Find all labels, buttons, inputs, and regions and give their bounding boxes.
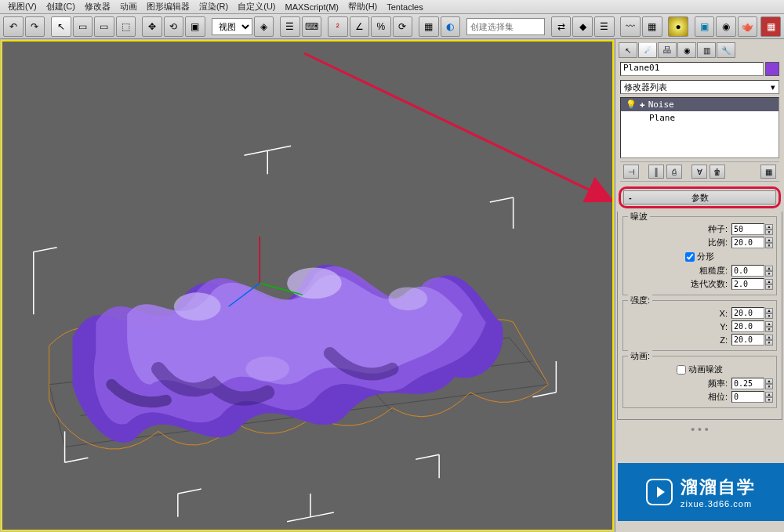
redo-button[interactable]: ↷: [25, 16, 45, 37]
scale-spinner[interactable]: ▲▼: [731, 237, 773, 248]
undo-button[interactable]: ↶: [3, 16, 24, 37]
move-button[interactable]: ✥: [142, 16, 162, 37]
menu-customize[interactable]: 自定义(U): [233, 1, 280, 13]
fractal-label: 分形: [697, 251, 714, 262]
scale-label: 比例:: [708, 237, 729, 248]
y-label: Y:: [720, 322, 729, 331]
tab-hierarchy[interactable]: 品: [658, 42, 677, 58]
mirror-tool-button[interactable]: ⇄: [551, 16, 572, 37]
iterations-spinner[interactable]: ▲▼: [731, 278, 773, 290]
panel-resize-dots[interactable]: • • •: [617, 420, 782, 439]
schematic-button[interactable]: ▦: [642, 16, 662, 37]
named-sel-button[interactable]: ▦: [419, 16, 439, 37]
app-button[interactable]: ▦: [760, 16, 781, 37]
spinner-snap-button[interactable]: ⟳: [393, 16, 413, 37]
phase-spinner[interactable]: ▲▼: [731, 391, 773, 403]
viewport-canvas: [2, 42, 612, 529]
menu-graph-editors[interactable]: 图形编辑器: [142, 1, 194, 13]
select-manipulate-button[interactable]: ☰: [280, 16, 300, 37]
tab-display[interactable]: ▥: [697, 42, 716, 58]
layers-button[interactable]: ☰: [594, 16, 615, 37]
select-rect-button[interactable]: ▭: [94, 16, 114, 37]
seed-spinner[interactable]: ▲▼: [731, 223, 773, 235]
pivot-button[interactable]: ◈: [254, 16, 274, 37]
z-label: Z:: [720, 335, 729, 345]
snap-angle-button[interactable]: ∠: [350, 16, 370, 37]
tab-modify[interactable]: ☄: [638, 42, 657, 58]
stack-item-plane[interactable]: Plane: [621, 111, 779, 125]
render-setup-button[interactable]: ▣: [695, 16, 715, 37]
watermark-title: 溜溜自学: [681, 476, 756, 499]
fractal-checkbox[interactable]: [685, 252, 695, 262]
make-unique-button[interactable]: ⎙: [666, 165, 682, 179]
roughness-spinner[interactable]: ▲▼: [731, 265, 773, 277]
phase-label: 相位:: [708, 391, 729, 403]
command-panel: ↖ ☄ 品 ◉ ▥ 🔧 Plane01 修改器列表▾ 💡 ✚ Noise Pla…: [615, 39, 784, 532]
trash-button[interactable]: 🗑: [710, 165, 725, 179]
svg-point-9: [388, 287, 427, 310]
stack-item-noise[interactable]: 💡 ✚ Noise: [621, 98, 779, 111]
keyboard-shortcut-button[interactable]: ⌨: [302, 16, 322, 37]
menu-modifiers[interactable]: 修改器: [80, 1, 115, 13]
seed-label: 种子:: [708, 223, 729, 235]
snap-percent-button[interactable]: %: [371, 16, 391, 37]
menu-animation[interactable]: 动画: [115, 1, 142, 13]
y-spinner[interactable]: ▲▼: [731, 320, 773, 332]
rotate-button[interactable]: ⟲: [164, 16, 184, 37]
collapse-icon: -: [629, 193, 632, 202]
z-spinner[interactable]: ▲▼: [731, 334, 773, 346]
show-end-button[interactable]: ║: [648, 165, 664, 179]
noise-group-label: 噪波: [628, 211, 650, 223]
quick-render-button[interactable]: 🫖: [738, 16, 758, 37]
align-button[interactable]: ◆: [572, 16, 593, 37]
material-editor-button[interactable]: ●: [668, 16, 688, 37]
strength-group: 强度: X: ▲▼ Y: ▲▼ Z: ▲▼: [622, 300, 777, 351]
watermark-url: zixue.3d66.com: [681, 499, 756, 508]
annotation-highlight: - 参数: [619, 186, 781, 208]
bulb-icon: 💡: [626, 100, 637, 110]
anim-noise-checkbox[interactable]: [677, 365, 686, 375]
modifier-list-dropdown[interactable]: 修改器列表▾: [620, 80, 779, 94]
menu-view[interactable]: 视图(V): [3, 1, 42, 13]
animation-group-label: 动画:: [628, 350, 652, 362]
object-name-field[interactable]: Plane01: [620, 62, 764, 76]
tab-motion[interactable]: ◉: [677, 42, 696, 58]
curve-editor-button[interactable]: 〰: [620, 16, 641, 37]
mirror-button[interactable]: ◐: [441, 16, 461, 37]
stack-toolbar: ⊣ ║ ⎙ ∀ 🗑 ▦: [620, 161, 779, 182]
select-button[interactable]: ↖: [51, 16, 71, 37]
command-tabs: ↖ ☄ 品 ◉ ▥ 🔧: [617, 41, 782, 60]
main-toolbar: ↶ ↷ ↖ ▭ ▭ ⬚ ✥ ⟲ ▣ 视图 ◈ ☰ ⌨ ² ∠ % ⟳ ▦ ◐ ⇄…: [0, 14, 784, 39]
scale-button[interactable]: ▣: [185, 16, 205, 37]
animation-group: 动画: 动画噪波 频率: ▲▼ 相位: ▲▼: [622, 356, 777, 408]
remove-mod-button[interactable]: ∀: [691, 165, 707, 179]
tab-create[interactable]: ↖: [619, 42, 637, 58]
ref-coord-dropdown[interactable]: 视图: [212, 18, 252, 35]
select-name-button[interactable]: ▭: [73, 16, 93, 37]
menu-rendering[interactable]: 渲染(R): [194, 1, 233, 13]
selection-set-input[interactable]: [466, 18, 545, 35]
menu-help[interactable]: 帮助(H): [343, 1, 382, 13]
menu-create[interactable]: 创建(C): [42, 1, 80, 13]
x-spinner[interactable]: ▲▼: [731, 307, 773, 319]
modifier-stack[interactable]: 💡 ✚ Noise Plane: [620, 97, 779, 158]
svg-point-8: [287, 268, 342, 299]
x-label: X:: [720, 309, 729, 318]
freq-spinner[interactable]: ▲▼: [731, 378, 773, 389]
viewport[interactable]: [1, 40, 614, 531]
tab-utilities[interactable]: 🔧: [717, 42, 735, 58]
menu-maxscript[interactable]: MAXScript(M): [281, 2, 343, 12]
expand-icon: ✚: [640, 100, 645, 110]
select-window-button[interactable]: ⬚: [116, 16, 136, 37]
configure-button[interactable]: ▦: [760, 165, 776, 179]
pin-stack-button[interactable]: ⊣: [623, 165, 639, 179]
strength-group-label: 强度:: [628, 295, 652, 306]
menu-bar: 视图(V) 创建(C) 修改器 动画 图形编辑器 渲染(R) 自定义(U) MA…: [0, 0, 784, 14]
snap-2d-button[interactable]: ²: [328, 16, 348, 37]
menu-tentacles[interactable]: Tentacles: [382, 2, 427, 12]
rendered-frame-button[interactable]: ◉: [716, 16, 736, 37]
watermark-badge: 溜溜自学 zixue.3d66.com: [618, 463, 784, 521]
svg-line-6: [510, 338, 549, 385]
rollout-parameters-header[interactable]: - 参数: [623, 190, 776, 204]
object-color-swatch[interactable]: [765, 62, 779, 76]
